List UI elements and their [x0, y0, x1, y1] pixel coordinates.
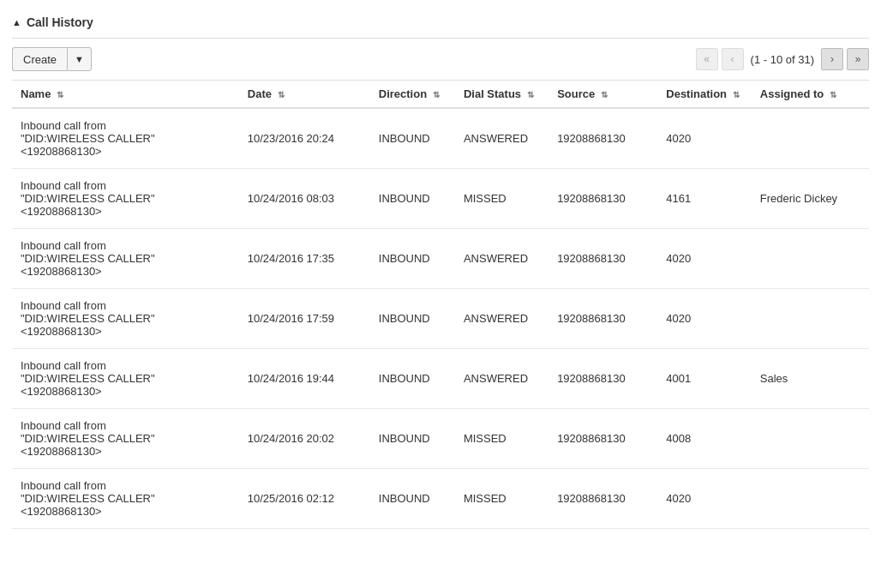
page-container: ▲ Call History Create ▼ « ‹ (1 - 10 of 3… [0, 0, 881, 537]
table-row[interactable]: Inbound call from "DID:WIRELESS CALLER" … [12, 108, 869, 169]
pagination-controls: « ‹ (1 - 10 of 31) › » [696, 48, 869, 70]
cell-dialstatus-3: ANSWERED [455, 289, 548, 349]
next-page-button[interactable]: › [821, 48, 843, 70]
cell-date-5: 10/24/2016 20:02 [239, 409, 370, 469]
cell-assigned-4: Sales [752, 349, 869, 409]
sort-icon-direction: ⇅ [433, 90, 440, 99]
create-btn-group: Create ▼ [12, 47, 92, 71]
page-header: ▲ Call History [12, 9, 869, 39]
cell-date-4: 10/24/2016 19:44 [239, 349, 370, 409]
col-header-name[interactable]: Name ⇅ [12, 81, 239, 109]
cell-source-6: 19208868130 [548, 469, 657, 529]
cell-assigned-1: Frederic Dickey [752, 169, 869, 229]
cell-source-4: 19208868130 [548, 349, 657, 409]
cell-dialstatus-2: ANSWERED [455, 229, 548, 289]
cell-source-3: 19208868130 [548, 289, 657, 349]
call-history-table: Name ⇅ Date ⇅ Direction ⇅ Dial Status ⇅ … [12, 80, 869, 529]
cell-destination-5: 4008 [657, 409, 752, 469]
first-page-icon: « [704, 53, 710, 65]
cell-assigned-6 [752, 469, 869, 529]
cell-direction-0: INBOUND [370, 108, 455, 169]
last-page-button[interactable]: » [847, 48, 869, 70]
dropdown-arrow-icon: ▼ [75, 54, 84, 64]
col-header-assigned[interactable]: Assigned to ⇅ [752, 81, 869, 109]
cell-destination-4: 4001 [657, 349, 752, 409]
pagination-info: (1 - 10 of 31) [751, 53, 814, 66]
cell-date-1: 10/24/2016 08:03 [239, 169, 370, 229]
cell-name-3: Inbound call from "DID:WIRELESS CALLER" … [12, 289, 239, 349]
table-header-row: Name ⇅ Date ⇅ Direction ⇅ Dial Status ⇅ … [12, 81, 869, 109]
cell-destination-6: 4020 [657, 469, 752, 529]
cell-name-4: Inbound call from "DID:WIRELESS CALLER" … [12, 349, 239, 409]
cell-destination-3: 4020 [657, 289, 752, 349]
cell-source-2: 19208868130 [548, 229, 657, 289]
cell-direction-2: INBOUND [370, 229, 455, 289]
cell-date-2: 10/24/2016 17:35 [239, 229, 370, 289]
cell-assigned-2 [752, 229, 869, 289]
sort-icon-date: ⇅ [278, 90, 285, 99]
first-page-button[interactable]: « [696, 48, 718, 70]
table-row[interactable]: Inbound call from "DID:WIRELESS CALLER" … [12, 289, 869, 349]
col-header-date[interactable]: Date ⇅ [239, 81, 370, 109]
table-row[interactable]: Inbound call from "DID:WIRELESS CALLER" … [12, 409, 869, 469]
cell-name-2: Inbound call from "DID:WIRELESS CALLER" … [12, 229, 239, 289]
cell-date-6: 10/25/2016 02:12 [239, 469, 370, 529]
sort-icon-assigned: ⇅ [830, 90, 836, 99]
create-button[interactable]: Create [12, 47, 67, 71]
cell-source-1: 19208868130 [548, 169, 657, 229]
cell-direction-4: INBOUND [370, 349, 455, 409]
cell-dialstatus-6: MISSED [455, 469, 548, 529]
cell-direction-5: INBOUND [370, 409, 455, 469]
callhistory-icon: ▲ [12, 17, 21, 27]
cell-dialstatus-5: MISSED [455, 409, 548, 469]
cell-direction-3: INBOUND [370, 289, 455, 349]
cell-name-6: Inbound call from "DID:WIRELESS CALLER" … [12, 469, 239, 529]
cell-direction-6: INBOUND [370, 469, 455, 529]
cell-name-1: Inbound call from "DID:WIRELESS CALLER" … [12, 169, 239, 229]
cell-name-5: Inbound call from "DID:WIRELESS CALLER" … [12, 409, 239, 469]
cell-destination-1: 4161 [657, 169, 752, 229]
cell-assigned-0 [752, 108, 869, 169]
page-title: Call History [27, 15, 93, 29]
cell-date-3: 10/24/2016 17:59 [239, 289, 370, 349]
cell-dialstatus-0: ANSWERED [455, 108, 548, 169]
cell-source-5: 19208868130 [548, 409, 657, 469]
cell-direction-1: INBOUND [370, 169, 455, 229]
last-page-icon: » [855, 53, 861, 65]
sort-icon-source: ⇅ [601, 90, 608, 99]
create-dropdown-button[interactable]: ▼ [67, 47, 92, 71]
sort-icon-name: ⇅ [57, 90, 63, 99]
cell-assigned-5 [752, 409, 869, 469]
prev-page-button[interactable]: ‹ [722, 48, 744, 70]
cell-assigned-3 [752, 289, 869, 349]
col-header-dialstatus[interactable]: Dial Status ⇅ [455, 81, 548, 109]
table-row[interactable]: Inbound call from "DID:WIRELESS CALLER" … [12, 349, 869, 409]
cell-dialstatus-4: ANSWERED [455, 349, 548, 409]
col-header-source[interactable]: Source ⇅ [548, 81, 657, 109]
sort-icon-dialstatus: ⇅ [527, 90, 534, 99]
cell-name-0: Inbound call from "DID:WIRELESS CALLER" … [12, 108, 239, 169]
table-row[interactable]: Inbound call from "DID:WIRELESS CALLER" … [12, 229, 869, 289]
next-page-icon: › [830, 53, 834, 65]
table-row[interactable]: Inbound call from "DID:WIRELESS CALLER" … [12, 469, 869, 529]
toolbar: Create ▼ « ‹ (1 - 10 of 31) › » [12, 47, 869, 71]
cell-date-0: 10/23/2016 20:24 [239, 108, 370, 169]
col-header-direction[interactable]: Direction ⇅ [370, 81, 455, 109]
cell-source-0: 19208868130 [548, 108, 657, 169]
cell-dialstatus-1: MISSED [455, 169, 548, 229]
sort-icon-destination: ⇅ [733, 90, 740, 99]
col-header-destination[interactable]: Destination ⇅ [657, 81, 752, 109]
cell-destination-0: 4020 [657, 108, 752, 169]
prev-page-icon: ‹ [731, 53, 734, 65]
cell-destination-2: 4020 [657, 229, 752, 289]
table-row[interactable]: Inbound call from "DID:WIRELESS CALLER" … [12, 169, 869, 229]
